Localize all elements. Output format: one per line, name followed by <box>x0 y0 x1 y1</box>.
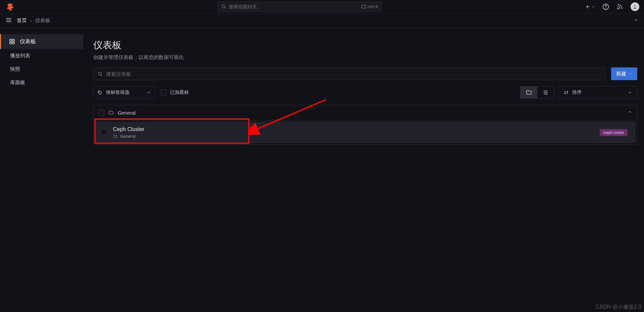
new-button[interactable]: 新建 <box>611 67 637 80</box>
sidebar-item-label: 播放列表 <box>10 53 30 59</box>
sidebar-item-dashboards[interactable]: 仪表板 <box>0 34 83 49</box>
sidebar-item-label: 库面板 <box>10 79 25 86</box>
sidebar: 仪表板 播放列表 快照 库面板 <box>0 28 83 312</box>
folder-view-button[interactable] <box>521 86 537 99</box>
new-button-label: 新建 <box>616 71 626 77</box>
svg-line-17 <box>101 75 102 76</box>
menu-toggle-icon[interactable] <box>5 17 12 25</box>
kbd-shortcut-hint: ctrl+k <box>361 4 378 9</box>
filter-row: 按标签筛选 已加星标 <box>93 86 637 99</box>
dashboard-folder-name: General <box>120 134 136 139</box>
dashboard-list: Ceph Cluster General ceph-mixin <box>93 120 637 145</box>
svg-rect-14 <box>10 42 11 44</box>
dashboard-item-ceph-cluster[interactable]: Ceph Cluster General ceph-mixin <box>95 122 636 143</box>
folder-icon <box>108 110 114 115</box>
tag-filter-select[interactable]: 按标签筛选 <box>93 86 155 99</box>
chevron-up-icon <box>628 110 632 116</box>
dashboard-tag[interactable]: ceph-mixin <box>600 129 628 136</box>
dashboard-folder: General <box>113 134 144 139</box>
grafana-logo-icon[interactable] <box>5 2 14 11</box>
view-toggle <box>520 86 554 99</box>
tag-filter-label: 按标签筛选 <box>106 89 129 96</box>
dashboard-info: Ceph Cluster General <box>113 126 144 139</box>
sidebar-item-snapshots[interactable]: 快照 <box>0 62 83 76</box>
svg-line-1 <box>224 7 225 8</box>
main-content: 仪表板 创建并管理仪表板，以将您的数据可视化 新建 按标签筛选 <box>83 28 644 312</box>
page-subtitle: 创建并管理仪表板，以将您的数据可视化 <box>93 54 637 61</box>
page-title: 仪表板 <box>93 39 637 52</box>
svg-rect-2 <box>362 5 366 8</box>
starred-filter[interactable]: 已加星标 <box>161 89 189 96</box>
collapse-icon[interactable] <box>633 17 639 24</box>
sort-icon <box>564 90 569 95</box>
body: 仪表板 播放列表 快照 库面板 仪表板 创建并管理仪表板，以将您的数据可视化 新… <box>0 28 644 312</box>
svg-point-6 <box>606 8 606 8</box>
checkbox[interactable] <box>161 89 167 96</box>
sidebar-item-playlists[interactable]: 播放列表 <box>0 49 83 62</box>
filter-right: 排序 <box>520 86 637 99</box>
sort-label: 排序 <box>572 89 582 96</box>
help-icon[interactable] <box>602 3 609 10</box>
topbar-right <box>585 2 639 11</box>
sidebar-item-label: 仪表板 <box>20 38 36 45</box>
top-navbar: ctrl+k <box>0 0 644 13</box>
topbar-center: ctrl+k <box>14 2 585 12</box>
svg-rect-15 <box>13 42 14 44</box>
breadcrumb: 首页 › 仪表板 <box>17 17 50 24</box>
folder-name: General <box>118 110 136 116</box>
list-icon <box>543 89 549 96</box>
breadcrumb-separator: › <box>30 18 32 23</box>
folder-icon <box>526 89 532 96</box>
global-search-input[interactable] <box>229 4 361 9</box>
tag-icon <box>98 90 103 95</box>
search-icon <box>221 4 226 9</box>
news-icon[interactable] <box>616 3 623 10</box>
folder-icon <box>113 134 117 138</box>
svg-point-16 <box>99 72 102 75</box>
user-avatar[interactable] <box>631 2 639 11</box>
kbd-shortcut-text: ctrl+k <box>368 4 378 9</box>
checkbox[interactable] <box>98 110 104 116</box>
dashboard-icon <box>9 39 15 45</box>
search-row: 新建 <box>93 67 637 80</box>
chevron-down-icon <box>146 90 151 95</box>
breadcrumb-current: 仪表板 <box>35 17 50 24</box>
global-search[interactable]: ctrl+k <box>217 2 382 12</box>
breadcrumb-bar: 首页 › 仪表板 <box>0 13 644 28</box>
svg-point-0 <box>222 5 225 8</box>
breadcrumb-home[interactable]: 首页 <box>17 17 27 24</box>
svg-point-18 <box>99 91 99 92</box>
checkbox[interactable] <box>101 129 107 135</box>
list-view-button[interactable] <box>537 86 554 99</box>
sort-select[interactable]: 排序 <box>558 86 637 99</box>
dashboard-search-input[interactable] <box>106 71 601 77</box>
sidebar-item-library-panels[interactable]: 库面板 <box>0 76 83 89</box>
search-icon <box>98 71 103 76</box>
chevron-down-icon <box>628 72 632 76</box>
svg-rect-13 <box>13 39 14 41</box>
svg-rect-12 <box>10 39 11 41</box>
starred-label: 已加星标 <box>170 89 189 96</box>
sidebar-item-label: 快照 <box>10 66 20 72</box>
add-button[interactable] <box>585 4 595 9</box>
dashboard-title: Ceph Cluster <box>113 126 144 132</box>
folder-row-general[interactable]: General <box>93 105 637 120</box>
watermark: CSDN @小邂逅2.0 <box>596 304 641 311</box>
dashboard-search[interactable] <box>93 67 606 80</box>
chevron-down-icon <box>628 90 632 95</box>
svg-point-8 <box>634 5 636 6</box>
svg-point-7 <box>618 8 619 9</box>
